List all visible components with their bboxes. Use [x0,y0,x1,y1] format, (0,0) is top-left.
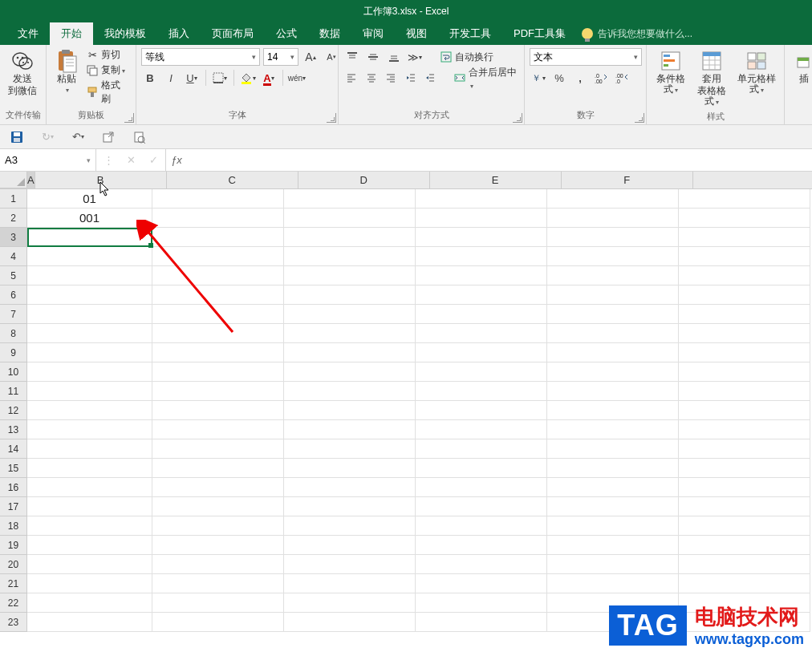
row-header-3[interactable]: 3 [0,228,27,247]
cell-C20[interactable] [284,555,416,574]
cell-D9[interactable] [416,343,547,362]
cell-A17[interactable] [27,497,152,516]
col-header-E[interactable]: E [430,172,562,188]
conditional-format-button[interactable]: 条件格式 [652,48,689,97]
cell-C4[interactable] [284,247,416,266]
select-all-corner[interactable] [0,172,27,188]
cell-F1[interactable] [679,189,810,209]
cell-A11[interactable] [27,382,152,401]
cell-C11[interactable] [284,382,416,401]
cell-A1[interactable]: 01 [27,189,152,209]
decrease-decimal-button[interactable]: .00.0 [613,69,631,87]
cell-B19[interactable] [152,536,284,555]
name-box[interactable]: A3 [0,149,96,171]
send-to-wechat-button[interactable]: 发送 到微信 [5,48,40,98]
col-header-C[interactable]: C [167,172,298,188]
cell-F7[interactable] [679,305,810,324]
cell-A16[interactable] [27,478,152,497]
cell-C23[interactable] [284,613,416,632]
cell-F17[interactable] [679,497,810,516]
row-header-10[interactable]: 10 [0,362,27,382]
cell-E9[interactable] [547,343,679,362]
cell-A14[interactable] [27,439,152,459]
cell-F14[interactable] [679,439,810,459]
cell-B21[interactable] [152,574,284,593]
cell-D5[interactable] [416,266,547,285]
cell-B16[interactable] [152,478,284,497]
cell-B10[interactable] [152,362,284,382]
cell-D16[interactable] [416,478,547,497]
cell-A7[interactable] [27,305,152,324]
cell-D11[interactable] [416,382,547,401]
dialog-launcher-icon[interactable] [124,113,134,123]
formula-input[interactable] [187,149,812,171]
font-size-combo[interactable]: 14 [263,48,298,66]
cell-D22[interactable] [416,593,547,613]
cell-A23[interactable] [27,613,152,632]
cell-A10[interactable] [27,362,152,382]
tab-视图[interactable]: 视图 [395,22,438,45]
cell-B15[interactable] [152,459,284,478]
cell-E8[interactable] [547,324,679,343]
cell-F11[interactable] [679,382,810,401]
cell-A5[interactable] [27,266,152,285]
cell-C7[interactable] [284,305,416,324]
orientation-button[interactable]: ≫▾ [406,48,424,66]
cell-B8[interactable] [152,324,284,343]
percent-button[interactable]: % [550,69,568,87]
cell-E20[interactable] [547,555,679,574]
format-painter-button[interactable]: 格式刷 [84,79,131,106]
tab-页面布局[interactable]: 页面布局 [201,22,265,45]
cell-F19[interactable] [679,536,810,555]
cell-C12[interactable] [284,401,416,420]
cell-C1[interactable] [284,189,416,209]
underline-button[interactable]: U ▾ [183,69,201,87]
cell-styles-button[interactable]: 单元格样式 [734,48,779,97]
cell-B4[interactable] [152,247,284,266]
number-format-combo[interactable]: 文本 [530,48,642,66]
font-color-button[interactable]: A▾ [260,69,278,87]
print-preview-button[interactable] [130,128,148,146]
cell-A9[interactable] [27,343,152,362]
row-header-17[interactable]: 17 [0,497,27,516]
decrease-font-button[interactable]: A▾ [323,48,340,66]
share-button[interactable] [99,128,117,146]
cell-B7[interactable] [152,305,284,324]
cell-E10[interactable] [547,362,679,382]
cell-B22[interactable] [152,593,284,613]
cell-F5[interactable] [679,266,810,285]
cell-D6[interactable] [416,285,547,305]
cell-A20[interactable] [27,555,152,574]
cell-B5[interactable] [152,266,284,285]
cell-C18[interactable] [284,516,416,536]
cell-B9[interactable] [152,343,284,362]
row-header-23[interactable]: 23 [0,613,27,632]
row-header-13[interactable]: 13 [0,420,27,439]
row-header-12[interactable]: 12 [0,401,27,420]
cell-C16[interactable] [284,478,416,497]
cell-A19[interactable] [27,536,152,555]
cell-C14[interactable] [284,439,416,459]
format-as-table-button[interactable]: 套用 表格格式 [692,48,730,109]
cell-C17[interactable] [284,497,416,516]
row-header-14[interactable]: 14 [0,439,27,459]
cell-D21[interactable] [416,574,547,593]
italic-button[interactable]: I [162,69,180,87]
cell-B17[interactable] [152,497,284,516]
cell-D8[interactable] [416,324,547,343]
cell-F10[interactable] [679,362,810,382]
increase-font-button[interactable]: A▴ [302,48,319,66]
row-header-9[interactable]: 9 [0,343,27,362]
cell-E12[interactable] [547,401,679,420]
increase-indent-button[interactable] [422,69,439,87]
cell-F8[interactable] [679,324,810,343]
cell-C15[interactable] [284,459,416,478]
cell-A4[interactable] [27,247,152,266]
cell-F6[interactable] [679,285,810,305]
cell-C8[interactable] [284,324,416,343]
cell-E13[interactable] [547,420,679,439]
cell-D17[interactable] [416,497,547,516]
cell-F9[interactable] [679,343,810,362]
tab-审阅[interactable]: 审阅 [351,22,395,45]
row-header-11[interactable]: 11 [0,382,27,401]
